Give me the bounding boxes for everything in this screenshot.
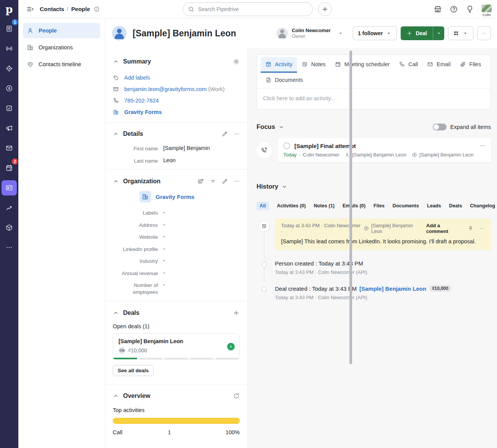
- activity-composer-input[interactable]: Click here to add an activity...: [257, 89, 491, 109]
- rail-item-calendar[interactable]: 2: [2, 160, 17, 176]
- expand-all-toggle[interactable]: [433, 124, 447, 130]
- tab-files[interactable]: Files: [455, 57, 486, 73]
- deal-title[interactable]: [Sample] Benjamin Leon: [119, 338, 234, 344]
- ellipsis-icon[interactable]: [479, 143, 486, 149]
- filter-activities[interactable]: Activities (0): [277, 203, 305, 209]
- top-activities-label: Top activities: [113, 407, 240, 413]
- field-value[interactable]: -: [163, 233, 165, 241]
- search-input[interactable]: Search Pipedrive: [183, 2, 313, 16]
- collapse-section-icon[interactable]: [113, 310, 119, 316]
- linked-person[interactable]: [Sample] Benjamin Leon: [352, 152, 406, 158]
- activity-card[interactable]: [Sample] Final attempt Today · Colin New…: [278, 138, 491, 162]
- field-value[interactable]: -: [163, 270, 165, 277]
- rail-item-insights[interactable]: [2, 200, 17, 215]
- collapse-section-icon[interactable]: [113, 178, 119, 184]
- sidebar-item-organizations[interactable]: Organizations: [23, 40, 100, 55]
- email-link[interactable]: benjamin.leon@gravityforms.com: [124, 86, 206, 92]
- filter-all[interactable]: All: [257, 202, 269, 210]
- mark-done-checkbox[interactable]: [283, 142, 290, 149]
- rail-item-leads-inbox[interactable]: 1: [2, 21, 17, 36]
- sidebar-item-people[interactable]: People: [23, 23, 100, 38]
- rail-item-projects[interactable]: [2, 81, 17, 96]
- ellipsis-icon[interactable]: [234, 131, 240, 137]
- followers-button[interactable]: 1 follower: [353, 26, 397, 40]
- help-icon[interactable]: [450, 5, 458, 13]
- event-deal-link[interactable]: [Sample] Benjamin Leon: [359, 285, 426, 292]
- phone-link[interactable]: 785-202-7824: [124, 98, 159, 104]
- ellipsis-icon[interactable]: [479, 226, 485, 231]
- field-value[interactable]: -: [163, 209, 165, 217]
- rail-item-activities[interactable]: [2, 101, 17, 116]
- ellipsis-icon[interactable]: [234, 178, 240, 184]
- sidebar-item-contacts-timeline[interactable]: Contacts timeline: [23, 57, 100, 72]
- quick-add-button[interactable]: [318, 2, 332, 16]
- left-panel-scrollbar[interactable]: [349, 51, 352, 364]
- pencil-icon[interactable]: [222, 178, 228, 184]
- collapse-section-icon[interactable]: [113, 59, 119, 65]
- collapse-section-icon[interactable]: [113, 131, 119, 137]
- filter-files[interactable]: Files: [374, 203, 385, 209]
- rail-item-prospecting[interactable]: [2, 41, 17, 56]
- note-card[interactable]: Today at 3:43 PM · Colin Newcomer · [Sam…: [275, 218, 491, 250]
- tab-activity[interactable]: Activity: [261, 57, 297, 73]
- deal-dropdown[interactable]: [433, 26, 444, 40]
- collapse-section-icon[interactable]: [113, 393, 119, 399]
- activity-title[interactable]: [Sample] Final attempt: [294, 143, 356, 149]
- add-labels-link[interactable]: Add labels: [124, 75, 150, 81]
- more-actions-button[interactable]: [477, 26, 491, 40]
- note-linked-deal[interactable]: [Sample] Benjamin Leon: [371, 223, 424, 234]
- gear-icon[interactable]: [233, 58, 240, 65]
- link-organization-icon[interactable]: [197, 178, 204, 185]
- add-deal-button[interactable]: Deal: [401, 26, 444, 40]
- whats-new-icon[interactable]: [466, 5, 474, 13]
- rail-item-contacts[interactable]: [2, 180, 17, 195]
- marketplace-icon[interactable]: [434, 5, 442, 13]
- tab-notes[interactable]: Notes: [297, 57, 330, 73]
- activity-date: Today: [283, 152, 297, 158]
- breadcrumb-contacts[interactable]: Contacts: [40, 6, 64, 12]
- organization-link[interactable]: Gravity Forms: [124, 109, 162, 115]
- person-avatar[interactable]: [112, 26, 127, 41]
- filter-icon[interactable]: [210, 178, 216, 184]
- field-value[interactable]: -: [163, 257, 165, 265]
- pin-icon[interactable]: [468, 226, 473, 231]
- pipedrive-logo[interactable]: p: [0, 0, 18, 18]
- field-value[interactable]: -: [163, 282, 165, 295]
- owner-selector[interactable]: Colin Newcomer Owner: [276, 28, 344, 39]
- add-comment-button[interactable]: Add a comment: [426, 223, 462, 234]
- see-all-deals-button[interactable]: See all deals: [113, 365, 154, 376]
- filter-changelog[interactable]: Changelog: [470, 203, 495, 209]
- tab-documents[interactable]: Documents: [261, 73, 307, 88]
- deal-card[interactable]: [Sample] Benjamin Leon CN ₫10,000: [113, 333, 240, 360]
- filter-emails[interactable]: Emails (0): [343, 203, 365, 209]
- rail-item-products[interactable]: [2, 220, 17, 235]
- filter-leads[interactable]: Leads: [427, 203, 441, 209]
- history-title-toggle[interactable]: History: [257, 183, 287, 190]
- rail-item-campaigns[interactable]: [2, 121, 17, 136]
- layout-switcher-button[interactable]: [448, 26, 473, 40]
- linked-deal[interactable]: [Sample] Benjamin Leon: [419, 152, 474, 158]
- info-icon[interactable]: [94, 6, 100, 12]
- tab-call[interactable]: Call: [394, 57, 422, 73]
- rail-item-mail[interactable]: [2, 140, 17, 156]
- filter-deals[interactable]: Deals: [449, 203, 462, 209]
- field-value[interactable]: [Sample] Benjamin: [163, 145, 210, 152]
- rail-item-more[interactable]: [2, 240, 17, 255]
- rail-item-deals[interactable]: [2, 61, 17, 76]
- field-value[interactable]: -: [163, 246, 165, 253]
- linked-organization[interactable]: Gravity Forms: [140, 191, 240, 202]
- user-menu[interactable]: Colin: [482, 5, 492, 17]
- collapse-sidebar-icon[interactable]: [26, 5, 34, 13]
- pencil-icon[interactable]: [222, 131, 228, 137]
- organization-link[interactable]: Gravity Forms: [156, 194, 195, 200]
- tab-meeting-scheduler[interactable]: Meeting scheduler: [330, 57, 395, 73]
- field-value[interactable]: Leon: [163, 157, 175, 165]
- tab-email[interactable]: Email: [422, 57, 455, 73]
- filter-documents[interactable]: Documents: [393, 203, 419, 209]
- field-value[interactable]: -: [163, 222, 165, 229]
- breadcrumb-people[interactable]: People: [71, 6, 90, 12]
- focus-title-toggle[interactable]: Focus: [257, 123, 284, 130]
- refresh-icon[interactable]: [233, 393, 240, 399]
- filter-notes[interactable]: Notes (1): [314, 203, 335, 209]
- add-deal-icon[interactable]: [233, 310, 240, 316]
